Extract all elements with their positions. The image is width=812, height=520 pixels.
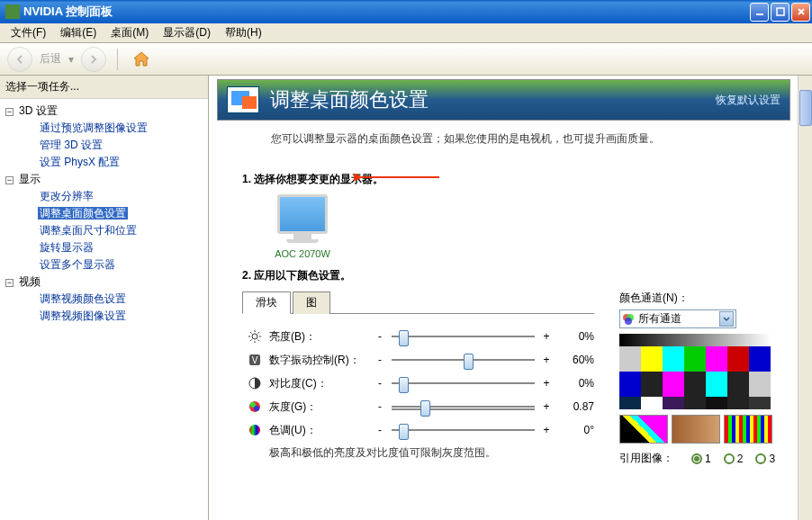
plus-icon: + — [542, 354, 551, 366]
refimage-radio-2[interactable]: 2 — [724, 453, 744, 465]
vibrance-row: V 数字振动控制(R)： - + 60% — [242, 348, 594, 372]
minus-icon: - — [375, 400, 384, 413]
svg-point-18 — [249, 425, 260, 435]
contrast-label: 对比度(C)： — [269, 376, 368, 391]
vertical-scrollbar[interactable] — [798, 76, 812, 520]
tree-item-video-image[interactable]: 调整视频图像设置 — [2, 308, 206, 325]
chevron-down-icon — [719, 311, 734, 327]
ref-thumb-3[interactable] — [724, 415, 772, 444]
tree-item-physx[interactable]: 设置 PhysX 配置 — [2, 154, 206, 171]
channel-value: 所有通道 — [638, 311, 719, 327]
gamma-icon — [248, 399, 262, 414]
channel-label: 颜色通道(N)： — [619, 291, 790, 306]
tree-item-preview[interactable]: 通过预览调整图像设置 — [2, 120, 206, 137]
refimage-radio-3[interactable]: 3 — [755, 453, 775, 465]
gamma-value: 0.87 — [558, 400, 594, 413]
tree-item-video-color[interactable]: 调整视频颜色设置 — [2, 291, 206, 308]
window-titlebar: NVIDIA 控制面板 — [0, 0, 812, 23]
svg-rect-1 — [777, 8, 784, 15]
tree-group-video[interactable]: −视频 — [2, 273, 206, 291]
menu-desktop[interactable]: 桌面(M) — [104, 23, 156, 42]
app-icon — [5, 4, 20, 19]
svg-text:V: V — [252, 355, 258, 365]
hue-row: 色调(U)： - + 0° — [242, 418, 594, 442]
vibrance-value: 60% — [558, 354, 594, 366]
plus-icon: + — [542, 400, 551, 413]
menu-file[interactable]: 文件(F) — [4, 23, 53, 42]
tree-group-3d[interactable]: −3D 设置 — [2, 103, 206, 120]
vibrance-slider[interactable] — [392, 353, 535, 367]
brightness-row: 亮度(B)： - + 0% — [242, 325, 594, 348]
slider-note: 极高和极低的亮度及对比度值可限制灰度范围。 — [242, 442, 594, 461]
main-panel: 调整桌面颜色设置 恢复默认设置 您可以调整显示器的桌面颜色设置；如果您使用的是电… — [209, 76, 812, 520]
tab-slider[interactable]: 滑块 — [242, 291, 291, 314]
collapse-icon[interactable]: − — [5, 279, 14, 287]
plus-icon: + — [542, 377, 551, 390]
menu-display[interactable]: 显示器(D) — [156, 23, 218, 42]
home-button[interactable] — [129, 47, 154, 72]
close-button[interactable] — [791, 3, 810, 22]
separator — [117, 49, 118, 70]
contrast-slider[interactable] — [392, 376, 535, 390]
hue-icon — [248, 423, 262, 437]
toolbar: 后退 ▾ — [0, 43, 812, 76]
channel-icon — [622, 313, 635, 326]
minus-icon: - — [375, 330, 384, 343]
brightness-label: 亮度(B)： — [269, 329, 368, 345]
brightness-icon — [248, 329, 262, 344]
monitor-selector[interactable]: AOC 2070W — [271, 194, 334, 259]
tab-chart[interactable]: 图 — [293, 291, 330, 314]
tree-item-desktop-color[interactable]: 调整桌面颜色设置 — [2, 205, 206, 222]
minus-icon: - — [375, 424, 384, 436]
svg-rect-0 — [756, 13, 763, 15]
ref-thumb-2[interactable] — [672, 415, 720, 444]
nav-tree: −3D 设置 通过预览调整图像设置 管理 3D 设置 设置 PhysX 配置 −… — [0, 99, 208, 328]
vibrance-label: 数字振动控制(R)： — [269, 353, 368, 368]
back-label: 后退 — [40, 51, 61, 67]
contrast-row: 对比度(C)： - + 0% — [242, 372, 594, 395]
step1-label: 1. 选择你想要变更的显示器。 — [242, 172, 790, 187]
gamma-slider[interactable] — [392, 399, 535, 414]
plus-icon: + — [542, 424, 551, 436]
contrast-value: 0% — [558, 377, 594, 390]
forward-button[interactable] — [81, 47, 106, 72]
minimize-button[interactable] — [750, 3, 769, 22]
sidebar-header: 选择一项任务... — [0, 76, 208, 99]
hue-slider[interactable] — [392, 423, 535, 437]
tree-item-resolution[interactable]: 更改分辨率 — [2, 188, 206, 205]
plus-icon: + — [542, 330, 551, 343]
tree-item-manage3d[interactable]: 管理 3D 设置 — [2, 137, 206, 154]
sidebar: 选择一项任务... −3D 设置 通过预览调整图像设置 管理 3D 设置 设置 … — [0, 76, 209, 520]
window-title: NVIDIA 控制面板 — [23, 4, 748, 20]
menubar: 文件(F) 编辑(E) 桌面(M) 显示器(D) 帮助(H) — [0, 23, 812, 43]
restore-defaults-link[interactable]: 恢复默认设置 — [716, 93, 780, 108]
menu-help[interactable]: 帮助(H) — [218, 23, 269, 42]
page-header-icon — [227, 86, 259, 113]
channel-select[interactable]: 所有通道 — [619, 309, 736, 328]
svg-line-11 — [258, 332, 260, 334]
svg-point-3 — [252, 334, 257, 339]
menu-edit[interactable]: 编辑(E) — [53, 23, 104, 42]
settings-tabs: 滑块 图 — [242, 291, 594, 314]
tree-item-rotate[interactable]: 旋转显示器 — [2, 239, 206, 256]
tree-item-multi-display[interactable]: 设置多个显示器 — [2, 256, 206, 273]
tree-group-display[interactable]: −显示 — [2, 171, 206, 188]
step2-label: 2. 应用以下颜色设置。 — [242, 268, 790, 283]
svg-line-10 — [250, 340, 252, 342]
monitor-icon — [277, 194, 328, 234]
gamma-label: 灰度(G)： — [269, 399, 368, 415]
brightness-value: 0% — [558, 330, 594, 343]
refimage-radio-1[interactable]: 1 — [691, 453, 711, 465]
brightness-slider[interactable] — [392, 329, 535, 344]
collapse-icon[interactable]: − — [5, 108, 14, 116]
svg-line-9 — [258, 340, 260, 342]
tree-item-size-position[interactable]: 调整桌面尺寸和位置 — [2, 222, 206, 239]
collapse-icon[interactable]: − — [5, 176, 14, 184]
color-preview — [619, 334, 771, 409]
svg-line-8 — [250, 332, 252, 334]
maximize-button[interactable] — [771, 3, 789, 22]
back-button[interactable] — [7, 47, 32, 72]
monitor-label: AOC 2070W — [271, 248, 334, 259]
page-title: 调整桌面颜色设置 — [270, 86, 716, 113]
ref-thumb-1[interactable] — [619, 415, 668, 444]
